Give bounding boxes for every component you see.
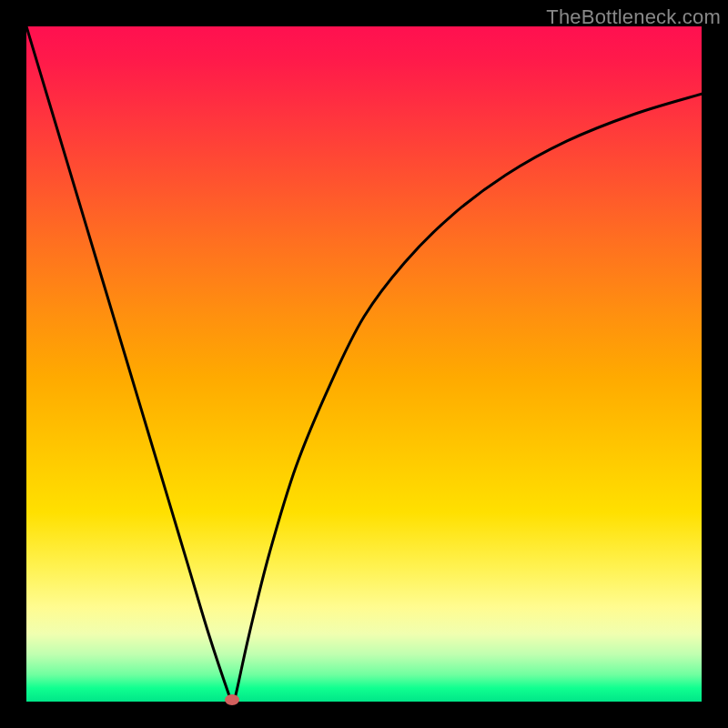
chart-minimum-marker	[225, 694, 239, 705]
chart-plot-area	[26, 26, 702, 702]
chart-curve	[26, 26, 702, 702]
watermark-text: TheBottleneck.com	[546, 5, 721, 29]
